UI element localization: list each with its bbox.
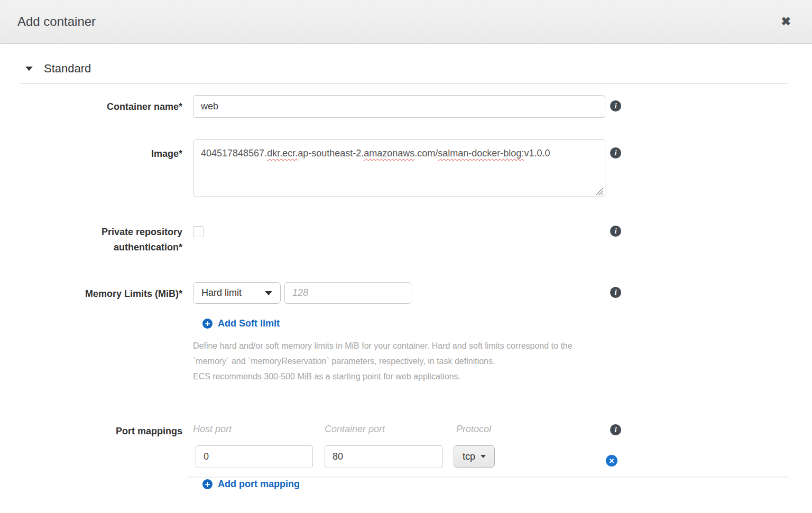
protocol-select[interactable]: tcp: [454, 445, 495, 468]
protocol-value: tcp: [463, 451, 475, 462]
chevron-down-icon: [265, 291, 272, 295]
memory-limits-row: Memory Limits (MiB)* Hard limit + Add So…: [0, 282, 812, 384]
port-mappings-row: Port mappings Host port Container port P…: [0, 424, 812, 490]
host-port-input[interactable]: [196, 445, 313, 468]
port-mappings-label: Port mappings: [0, 424, 182, 490]
chevron-down-icon: [481, 455, 486, 458]
memory-limits-label: Memory Limits (MiB)*: [0, 282, 182, 384]
plus-circle-icon: +: [202, 319, 213, 329]
close-icon[interactable]: ✖: [781, 16, 791, 27]
add-soft-limit-label: Add Soft limit: [218, 318, 280, 329]
image-textarea[interactable]: 404517848567.dkr.ecr.ap-southeast-2.amaz…: [193, 139, 605, 197]
add-port-mapping-label: Add port mapping: [218, 479, 300, 490]
section-title: Standard: [44, 62, 91, 76]
container-port-header: Container port: [325, 424, 456, 435]
private-repo-checkbox[interactable]: [193, 226, 204, 237]
info-icon[interactable]: i: [610, 287, 621, 298]
port-mapping-row: tcp: [193, 445, 812, 468]
delete-port-mapping-button[interactable]: ✕: [606, 455, 617, 467]
image-row: Image* 404517848567.dkr.ecr.ap-southeast…: [0, 139, 812, 197]
container-name-row: Container name* i: [0, 95, 812, 118]
info-icon[interactable]: i: [610, 226, 621, 237]
image-label: Image*: [0, 139, 182, 197]
add-soft-limit-button[interactable]: + Add Soft limit: [202, 318, 280, 329]
chevron-down-icon: [25, 67, 33, 71]
info-icon[interactable]: i: [610, 147, 621, 158]
memory-limit-type-select[interactable]: Hard limit: [193, 282, 281, 304]
info-icon[interactable]: i: [610, 424, 621, 435]
memory-limit-value-input[interactable]: [284, 282, 411, 304]
add-container-form: Container name* i Image* 404517848567.dk…: [0, 95, 812, 490]
memory-limits-help: Define hard and/or soft memory limits in…: [193, 338, 603, 384]
container-name-input[interactable]: [193, 95, 605, 118]
private-repo-row: Private repository authentication* i: [0, 225, 812, 255]
info-icon[interactable]: i: [610, 100, 621, 111]
plus-circle-icon: +: [202, 479, 213, 489]
add-port-mapping-button[interactable]: + Add port mapping: [202, 479, 300, 490]
section-standard-toggle[interactable]: Standard: [21, 62, 788, 83]
port-mappings-headers: Host port Container port Protocol: [193, 424, 812, 435]
row-divider: [187, 477, 789, 478]
container-name-label: Container name*: [0, 95, 182, 118]
page-title: Add container: [17, 14, 96, 29]
container-port-input[interactable]: [325, 445, 443, 468]
host-port-header: Host port: [193, 424, 325, 435]
memory-limit-type-value: Hard limit: [201, 287, 242, 299]
private-repo-label: Private repository authentication*: [0, 225, 182, 255]
protocol-header: Protocol: [456, 424, 491, 435]
modal-header: Add container ✖: [0, 0, 812, 44]
